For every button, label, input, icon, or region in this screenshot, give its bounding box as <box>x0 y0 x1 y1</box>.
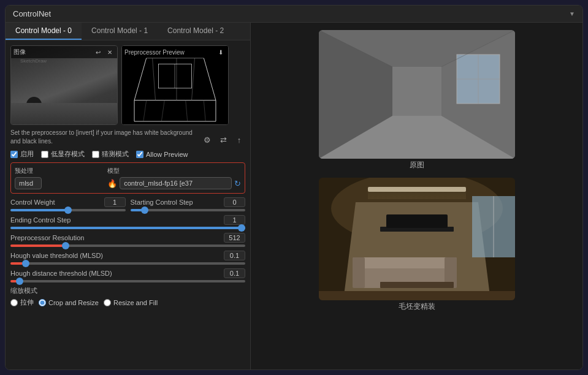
download-icon[interactable]: ⬇ <box>216 47 226 57</box>
right-panel: 原图 <box>251 23 582 369</box>
app-title: ControlNet <box>13 9 51 18</box>
image-preview-row: 图像 ↩ ✕ SketchDraw <box>10 45 245 125</box>
refresh-icon[interactable]: ↻ <box>234 179 241 188</box>
preview-image-box: Preprocessor Preview ⬇ <box>121 45 229 125</box>
bottom-result-image <box>319 178 515 300</box>
scale-title: 缩放模式 <box>10 286 245 295</box>
svg-rect-41 <box>380 282 454 288</box>
settings-icon[interactable]: ⚙ <box>201 134 213 146</box>
hough-distance-slider: Hough distance threshold (MLSD) 0.1 <box>10 268 245 282</box>
preproc-select[interactable]: mlsd canny depth hed none <box>15 177 42 189</box>
preproc-model-row: 预处理 mlsd canny depth hed none <box>10 162 245 194</box>
ending-step-input[interactable] <box>10 227 245 229</box>
top-result-container: 原图 <box>319 30 515 170</box>
top-result-image <box>319 30 515 159</box>
scale-section: 缩放模式 拉伸 Crop and Resize Resize and Fi <box>10 286 245 307</box>
starting-step-input[interactable] <box>131 209 246 211</box>
tab-control-model-0[interactable]: Control Model - 0 <box>6 23 82 40</box>
hough-distance-label: Hough distance threshold (MLSD) <box>10 270 112 277</box>
enable-checkbox[interactable]: 启用 <box>10 150 34 159</box>
hough-distance-value[interactable]: 0.1 <box>224 268 245 278</box>
hough-threshold-value[interactable]: 0.1 <box>224 251 245 260</box>
preproc-res-slider: Preprocessor Resolution 512 <box>10 233 245 247</box>
starting-step-slider: Starting Control Step 0 <box>131 197 246 211</box>
svg-rect-38 <box>353 257 457 268</box>
preproc-res-input[interactable] <box>10 244 245 247</box>
control-weight-input[interactable] <box>10 209 126 211</box>
hough-threshold-label: Hough value threshold (MLSD) <box>10 252 103 259</box>
left-panel: Control Model - 0 Control Model - 1 Cont… <box>6 23 251 369</box>
swap-icon[interactable]: ⇄ <box>217 134 229 146</box>
starting-step-value[interactable]: 0 <box>224 197 245 207</box>
preproc-res-label: Preprocessor Resolution <box>10 234 84 241</box>
preproc-res-value[interactable]: 512 <box>224 233 245 243</box>
hough-threshold-slider: Hough value threshold (MLSD) 0.1 <box>10 251 245 265</box>
control-weight-slider: Control Weight 1 <box>10 197 126 211</box>
scale-stretch[interactable]: 拉伸 <box>10 298 34 307</box>
weight-step-row: Control Weight 1 Starting Control Step 0 <box>10 197 245 211</box>
tabs-bar: Control Model - 0 Control Model - 1 Cont… <box>6 23 250 40</box>
hough-distance-input[interactable] <box>10 280 245 282</box>
scale-crop[interactable]: Crop and Resize <box>39 299 99 306</box>
control-weight-label: Control Weight <box>10 199 55 206</box>
main-image-label: 图像 <box>13 48 26 56</box>
collapse-icon[interactable]: ▼ <box>569 10 575 17</box>
checkbox-row: 启用 低显存模式 猜测模式 Allow Preview <box>10 150 245 159</box>
model-select[interactable]: control_mlsd-fp16 [e37 control_canny-fp1… <box>120 177 232 189</box>
hough-threshold-input[interactable] <box>10 262 245 265</box>
guess-mode-checkbox[interactable]: 猜测模式 <box>92 150 129 159</box>
tab-control-model-1[interactable]: Control Model - 1 <box>82 23 158 40</box>
model-field: 模型 🔥 control_mlsd-fp16 [e37 control_cann… <box>107 167 241 189</box>
preproc-label: 预处理 <box>15 167 104 175</box>
title-bar: ControlNet ▼ <box>6 6 582 23</box>
preproc-field: 预处理 mlsd canny depth hed none <box>15 167 104 189</box>
info-text: Set the preprocessor to [invert] if your… <box>10 129 201 146</box>
svg-rect-36 <box>386 214 448 228</box>
close-icon[interactable]: ✕ <box>105 47 115 57</box>
upload-icon[interactable]: ↑ <box>233 134 245 146</box>
model-label: 模型 <box>107 167 241 175</box>
scale-fill[interactable]: Resize and Fill <box>104 299 158 306</box>
control-weight-value[interactable]: 1 <box>104 197 126 207</box>
bottom-caption: 毛坯变精装 <box>399 301 435 312</box>
bottom-result-container: 毛坯变精装 <box>319 178 515 312</box>
svg-rect-39 <box>353 257 365 288</box>
ending-step-label: Ending Control Step <box>10 216 71 224</box>
allow-preview-checkbox[interactable]: Allow Preview <box>136 151 188 158</box>
fire-icon: 🔥 <box>107 179 117 188</box>
preview-image-label: Preprocessor Preview <box>124 49 185 56</box>
info-action-row: Set the preprocessor to [invert] if your… <box>10 129 245 146</box>
ending-step-value[interactable]: 1 <box>224 215 245 225</box>
top-caption: 原图 <box>410 160 424 170</box>
undo-icon[interactable]: ↩ <box>93 47 103 57</box>
action-icons: ⚙ ⇄ ↑ <box>201 134 245 146</box>
starting-step-label: Starting Control Step <box>131 199 193 206</box>
main-image-box: 图像 ↩ ✕ SketchDraw <box>10 45 118 125</box>
tab-control-model-2[interactable]: Control Model - 2 <box>158 23 234 40</box>
scale-radio-row: 拉伸 Crop and Resize Resize and Fill <box>10 298 245 307</box>
ending-step-slider: Ending Control Step 1 <box>10 215 245 229</box>
svg-rect-43 <box>319 291 515 300</box>
low-vram-checkbox[interactable]: 低显存模式 <box>41 150 85 159</box>
